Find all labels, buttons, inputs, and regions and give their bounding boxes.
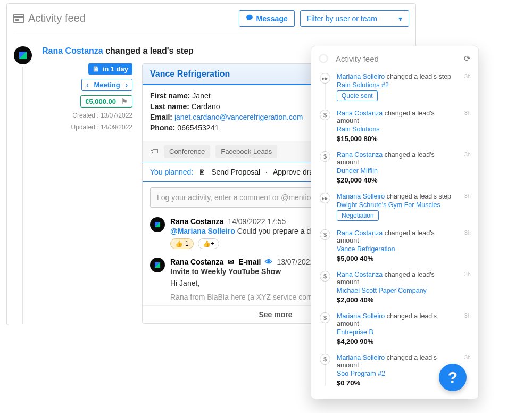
due-badge[interactable]: 🗎 in 1 day: [88, 63, 132, 75]
due-label: in 1 day: [103, 65, 128, 73]
chevron-down-icon: ▾: [398, 14, 402, 23]
page-title-text: Activity feed: [28, 12, 86, 24]
feed-time: 3h: [464, 229, 471, 262]
avatar: [150, 217, 165, 232]
dollar-icon: $: [320, 151, 330, 162]
chat-icon: [246, 14, 253, 23]
dollar-icon: $: [320, 354, 330, 365]
main-header: Activity feed Message Filter by user or …: [13, 8, 409, 31]
feed-lead[interactable]: Entreprise B: [337, 328, 458, 336]
document-icon: 🗎: [198, 168, 206, 176]
feed-user[interactable]: Mariana Solleiro: [337, 193, 385, 200]
amount-badge[interactable]: €5,000.00 ⚑: [80, 95, 132, 108]
feed-lead[interactable]: Dunder Mifflin: [337, 167, 458, 175]
feed-line1: Mariana Solleiro changed a lead's step: [337, 73, 458, 80]
feed-time: 3h: [464, 271, 471, 304]
feed-item[interactable]: $ Rana Costanza changed a lead's amount …: [320, 147, 471, 188]
amount-label: €5,000.00: [85, 97, 116, 105]
add-reaction-button[interactable]: 👍+: [198, 238, 219, 249]
overlay-header: Activity feed ⟳: [320, 54, 471, 63]
feed-line1: Rana Costanza changed a lead's amount: [337, 229, 458, 244]
step-label: Meeting: [94, 81, 120, 89]
updated-label: Updated : 14/09/2022: [42, 123, 132, 131]
overlay-title: Activity feed: [336, 54, 379, 63]
feed-line1: Rana Costanza changed a lead's amount: [337, 151, 458, 166]
reaction-pill[interactable]: 👍 1: [170, 238, 194, 249]
feed-time: 3h: [464, 312, 471, 345]
page-title: Activity feed: [13, 12, 86, 24]
filter-dropdown[interactable]: Filter by user or team ▾: [300, 10, 409, 27]
feed-item[interactable]: ▸▸ Mariana Solleiro changed a lead's ste…: [320, 188, 471, 225]
tag[interactable]: Conference: [164, 145, 210, 158]
feed-item[interactable]: ▸▸ Mariana Solleiro changed a lead's ste…: [320, 69, 471, 105]
user-link[interactable]: Rana Costanza: [42, 46, 103, 55]
feed-line1: Rana Costanza changed a lead's amount: [337, 271, 458, 286]
feed-line1: Mariana Solleiro changed a lead's amount: [337, 312, 458, 327]
question-icon: ?: [448, 368, 458, 386]
feed-item[interactable]: $ Rana Costanza changed a lead's amount …: [320, 267, 471, 308]
created-label: Created : 13/07/2022: [42, 112, 132, 119]
feed-time: 3h: [464, 110, 471, 143]
feed-line1: Rana Costanza changed a lead's amount: [337, 110, 458, 125]
overlay-feed-list: ▸▸ Mariana Solleiro changed a lead's ste…: [320, 69, 471, 391]
refresh-icon[interactable]: ⟳: [464, 54, 471, 63]
planned-label: You planned:: [150, 168, 193, 176]
feed-item[interactable]: $ Rana Costanza changed a lead's amount …: [320, 225, 471, 267]
flag-icon: ⚑: [121, 97, 128, 105]
feed-lead[interactable]: Rain Solutions #2: [337, 81, 458, 89]
feed-lead[interactable]: Michael Scott Paper Company: [337, 287, 458, 294]
envelope-icon: ✉: [228, 258, 234, 266]
timeline-line: [22, 67, 23, 324]
feed-item[interactable]: $ Rana Costanza changed a lead's amount …: [320, 105, 471, 147]
comment-method: E-mail: [238, 258, 261, 266]
feed-time: 3h: [464, 193, 471, 221]
filter-label: Filter by user or team: [307, 14, 377, 23]
feed-lead[interactable]: Rain Solutions: [337, 126, 458, 133]
feed-time: 3h: [464, 151, 471, 184]
header-actions: Message Filter by user or team ▾: [239, 10, 409, 27]
comment-placeholder: Log your activity, enter a comment or @m…: [157, 193, 315, 202]
timeline-dot: [319, 54, 328, 63]
feed-value: $2,000 40%: [337, 296, 458, 304]
event-action: changed a lead's step: [105, 46, 194, 55]
tag[interactable]: Facebook Leads: [215, 145, 277, 158]
planned-item: Send Proposal: [211, 168, 260, 176]
message-button[interactable]: Message: [239, 10, 295, 27]
step-icon: ▸▸: [320, 73, 330, 84]
dollar-icon: $: [320, 312, 330, 323]
tag-icon: 🏷: [150, 147, 159, 156]
feed-lead[interactable]: Vance Refrigeration: [337, 245, 458, 253]
step-pill: Quote sent: [337, 90, 378, 101]
avatar: [14, 46, 32, 64]
avatar: [150, 258, 165, 272]
feed-icon: [13, 14, 24, 23]
dollar-icon: $: [320, 229, 330, 240]
feed-user[interactable]: Mariana Solleiro: [337, 354, 385, 361]
feed-user[interactable]: Rana Costanza: [337, 229, 383, 237]
feed-user[interactable]: Rana Costanza: [337, 271, 383, 278]
dot-separator: ·: [265, 168, 268, 176]
feed-item[interactable]: $ Mariana Solleiro changed a lead's amou…: [320, 308, 471, 350]
feed-lead[interactable]: Dwight Schrute's Gym For Muscles: [337, 201, 458, 209]
feed-value: $15,000 80%: [337, 135, 458, 143]
dollar-icon: $: [320, 271, 330, 282]
document-icon: 🗎: [93, 65, 99, 73]
feed-user[interactable]: Rana Costanza: [337, 151, 383, 159]
mention[interactable]: @Mariana Solleiro: [170, 227, 235, 235]
help-fab[interactable]: ?: [439, 364, 467, 391]
overlay-feed-panel: Activity feed ⟳ ▸▸ Mariana Solleiro chan…: [311, 46, 479, 399]
feed-time: 3h: [464, 73, 471, 101]
email-link[interactable]: janet.cardano@vancerefrigeration.com: [174, 113, 303, 121]
comment-date: 14/09/2022 17:55: [228, 217, 286, 226]
feed-user[interactable]: Mariana Solleiro: [337, 73, 385, 80]
event-meta: 🗎 in 1 day Meeting €5,000.00 ⚑ Created :…: [42, 63, 132, 324]
message-label: Message: [256, 14, 288, 23]
step-icon: ▸▸: [320, 193, 330, 203]
feed-value: $5,000 40%: [337, 254, 458, 262]
comment-author: Rana Costanza: [170, 258, 223, 266]
dollar-icon: $: [320, 110, 330, 120]
feed-user[interactable]: Rana Costanza: [337, 110, 383, 117]
feed-line1: Mariana Solleiro changed a lead's step: [337, 193, 458, 200]
step-badge[interactable]: Meeting: [81, 79, 132, 91]
feed-user[interactable]: Mariana Solleiro: [337, 312, 385, 320]
